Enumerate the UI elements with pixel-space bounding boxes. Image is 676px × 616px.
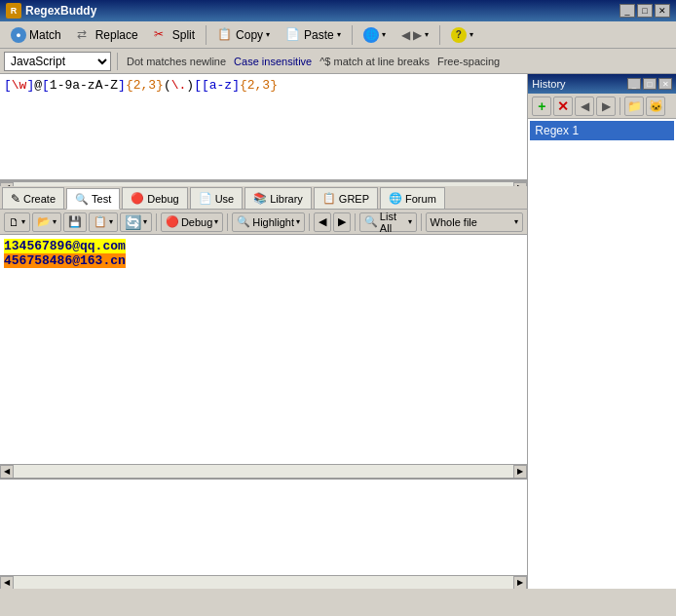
split-menu-button[interactable]: ✂ Split (147, 24, 202, 46)
bottom-hscroll-left-btn[interactable]: ◀ (0, 576, 14, 590)
test-area-hscrollbar[interactable]: ◀ ▶ (0, 464, 527, 478)
history-item-1[interactable]: Regex 1 (530, 121, 674, 140)
tab-create[interactable]: ✎ Create (2, 187, 64, 209)
history-next-btn[interactable]: ▶ (596, 96, 616, 116)
open-file-icon: 📂 (37, 215, 51, 228)
debug-button[interactable]: 🔴 Debug ▾ (161, 212, 223, 232)
tab-library-label: Library (270, 193, 303, 205)
replace-icon: ⇄ (77, 27, 93, 43)
copy-menu-button[interactable]: 📋 Copy ▾ (210, 24, 277, 46)
test-line-1: 134567896@qq.com (4, 239, 523, 253)
tab-forum[interactable]: 🌐 Forum (380, 187, 445, 209)
nav-forward-icon: ▶ (413, 28, 422, 42)
save-file-button[interactable]: 💾 (63, 212, 87, 232)
tab-library[interactable]: 📚 Library (244, 187, 312, 209)
history-delete-btn[interactable]: ✕ (553, 96, 573, 116)
clipboard-button[interactable]: 📋 ▾ (89, 212, 118, 232)
refresh-button[interactable]: 🔄 ▾ (120, 212, 152, 232)
copy-label: Copy (236, 28, 263, 42)
help-icon: ? (451, 27, 467, 43)
history-cat-btn[interactable]: 🐱 (646, 96, 665, 116)
history-next-icon: ▶ (602, 99, 611, 113)
regex-span-4: @ (34, 78, 42, 93)
list-all-icon: 🔍 (364, 215, 378, 228)
history-content: Regex 1 (528, 119, 676, 589)
options-separator (117, 53, 118, 70)
highlight-label: Highlight (252, 216, 294, 228)
paste-label: Paste (304, 28, 334, 42)
web-menu-button[interactable]: 🌐 ▾ (357, 24, 393, 46)
tab-debug[interactable]: 🔴 Debug (122, 187, 187, 209)
new-file-arrow: ▾ (21, 217, 25, 226)
history-folder-btn[interactable]: 📁 (624, 96, 644, 116)
regex-span-11: ) (186, 78, 194, 93)
history-title: History (532, 78, 565, 90)
test-line-2: 456758486@163.cn (4, 253, 523, 268)
nav-arrow: ▾ (425, 30, 429, 39)
clipboard-arrow: ▾ (109, 217, 113, 226)
list-all-arrow: ▾ (408, 217, 412, 226)
case-option[interactable]: Case insensitive (231, 56, 315, 67)
spacing-option[interactable]: Free-spacing (434, 56, 503, 67)
prev-button[interactable]: ◀ (314, 212, 331, 232)
bottom-hscroll-track[interactable] (14, 576, 513, 589)
test-toolbar-sep-5 (421, 213, 422, 231)
minimize-button[interactable]: _ (620, 4, 635, 18)
history-item-1-label: Regex 1 (535, 124, 579, 137)
next-button[interactable]: ▶ (333, 212, 351, 232)
history-prev-icon: ◀ (581, 99, 589, 113)
clipboard-icon: 📋 (94, 215, 107, 228)
history-prev-btn[interactable]: ◀ (575, 96, 594, 116)
bottom-hscroll-right-btn[interactable]: ▶ (513, 576, 527, 590)
highlight-button[interactable]: 🔍 Highlight ▾ (232, 212, 305, 232)
app-icon: R (6, 3, 21, 19)
language-select[interactable]: JavaScript Python Java PHP Perl Ruby (4, 52, 111, 71)
paste-arrow: ▾ (337, 30, 341, 39)
tab-grep-label: GREP (339, 193, 369, 205)
replace-menu-button[interactable]: ⇄ Replace (70, 24, 145, 46)
help-menu-button[interactable]: ? ▾ (444, 24, 480, 46)
hscroll-track[interactable] (14, 465, 513, 478)
bottom-panel-hscrollbar[interactable]: ◀ ▶ (0, 575, 527, 589)
test-area[interactable]: 134567896@qq.com 456758486@163.cn (0, 235, 527, 464)
close-button[interactable]: ✕ (655, 4, 670, 18)
multiline-option[interactable]: ^$ match at line breaks (317, 56, 432, 67)
debug-icon: 🔴 (166, 215, 179, 228)
regex-editor-area: [\w]@[1-9a-zA-Z]{2,3}(\.)[[a-z]{2,3} ◀ ▶ (0, 74, 527, 186)
history-minimize-btn[interactable]: _ (627, 78, 641, 90)
match-menu-button[interactable]: ● Match (4, 24, 68, 46)
debug-arrow: ▾ (214, 217, 218, 226)
test-toolbar-sep-1 (156, 213, 157, 231)
tab-use[interactable]: 📄 Use (190, 187, 244, 209)
test-toolbar: 🗋 ▾ 📂 ▾ 💾 📋 ▾ 🔄 ▾ (0, 210, 527, 235)
left-panel: [\w]@[1-9a-zA-Z]{2,3}(\.)[[a-z]{2,3} ◀ ▶… (0, 74, 528, 589)
regex-span-7: ] (118, 78, 126, 93)
regex-editor[interactable]: [\w]@[1-9a-zA-Z]{2,3}(\.)[[a-z]{2,3} (0, 74, 527, 181)
nav-icon: ◀ (401, 28, 410, 42)
maximize-button[interactable]: □ (637, 4, 653, 18)
nav-menu-button[interactable]: ◀ ▶ ▾ (394, 25, 435, 45)
history-toolbar: + ✕ ◀ ▶ 📁 🐱 (528, 94, 676, 119)
save-file-icon: 💾 (68, 215, 82, 228)
new-file-button[interactable]: 🗋 ▾ (4, 212, 30, 232)
regex-span-5: [ (42, 78, 50, 93)
scope-arrow: ▾ (514, 217, 518, 226)
tab-grep[interactable]: 📋 GREP (314, 187, 378, 209)
list-all-button[interactable]: 🔍 List All ▾ (359, 212, 417, 232)
window-controls: _ □ ✕ (620, 4, 670, 18)
dot-option[interactable]: Dot matches newline (124, 56, 229, 67)
bottom-panel[interactable] (0, 478, 527, 575)
scope-select[interactable]: Whole file ▾ (426, 212, 524, 232)
paste-menu-button[interactable]: 📄 Paste ▾ (279, 24, 348, 46)
test-content-wrapper: 134567896@qq.com 456758486@163.cn ◀ ▶ (0, 235, 527, 478)
hscroll-right-btn[interactable]: ▶ (513, 465, 527, 479)
tab-test[interactable]: 🔍 Test (66, 188, 120, 210)
test-icon: 🔍 (75, 193, 89, 206)
history-float-btn[interactable]: □ (643, 78, 657, 90)
hscroll-left-btn[interactable]: ◀ (0, 465, 14, 479)
history-close-btn[interactable]: ✕ (658, 78, 672, 90)
web-arrow: ▾ (382, 30, 386, 39)
history-add-btn[interactable]: + (532, 96, 551, 116)
new-file-icon: 🗋 (9, 216, 19, 228)
open-file-button[interactable]: 📂 ▾ (32, 212, 61, 232)
